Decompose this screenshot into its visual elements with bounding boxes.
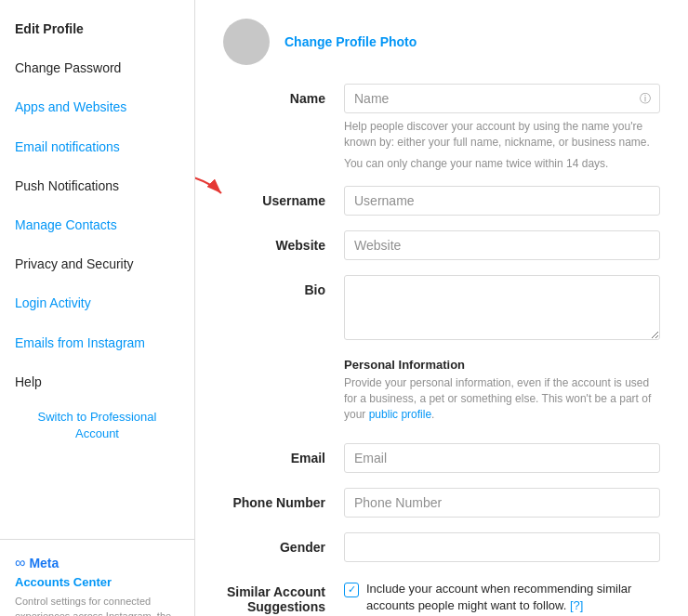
switch-professional[interactable]: Switch to ProfessionalAccount bbox=[0, 401, 194, 450]
bio-input[interactable] bbox=[344, 275, 660, 340]
name-hint2: You can only change your name twice with… bbox=[344, 156, 660, 172]
personal-info-row: Personal Information Provide your person… bbox=[223, 358, 660, 427]
suggestions-row: Similar Account Suggestions ✓ Include yo… bbox=[223, 577, 660, 614]
sidebar-item-apps-websites[interactable]: Apps and Websites bbox=[0, 87, 194, 126]
phone-row: Phone Number bbox=[223, 488, 660, 518]
website-row: Website bbox=[223, 230, 660, 260]
website-input[interactable] bbox=[344, 230, 660, 260]
sidebar-item-manage-contacts[interactable]: Manage Contacts bbox=[0, 205, 194, 244]
username-label: Username bbox=[223, 186, 344, 208]
sidebar-item-email-notifications[interactable]: Email notifications bbox=[0, 127, 194, 166]
personal-info-spacer bbox=[223, 358, 344, 365]
email-field-container bbox=[344, 443, 660, 473]
sidebar-item-change-password[interactable]: Change Password bbox=[0, 48, 194, 87]
suggestions-field: ✓ Include your account when recommending… bbox=[344, 577, 660, 614]
sidebar-item-emails-instagram[interactable]: Emails from Instagram bbox=[0, 323, 194, 362]
phone-label: Phone Number bbox=[223, 488, 344, 510]
username-row: Username bbox=[223, 186, 660, 216]
sidebar-item-login-activity[interactable]: Login Activity bbox=[0, 283, 194, 322]
personal-info-desc: Provide your personal information, even … bbox=[344, 375, 660, 422]
change-photo-link[interactable]: Change Profile Photo bbox=[284, 34, 417, 49]
name-input[interactable] bbox=[344, 84, 660, 113]
suggestions-help-link[interactable]: [?] bbox=[570, 598, 583, 612]
meta-description: Control settings for connected experienc… bbox=[15, 595, 179, 616]
bio-row: Bio bbox=[223, 275, 660, 343]
name-info-icon: ⓘ bbox=[640, 91, 651, 107]
suggestions-checkbox-label: Include your account when recommending s… bbox=[366, 581, 660, 614]
gender-input[interactable]: Male bbox=[344, 532, 660, 562]
email-input[interactable] bbox=[344, 443, 660, 473]
suggestions-label: Similar Account Suggestions bbox=[223, 577, 344, 614]
sidebar: Edit Profile Change Password Apps and We… bbox=[0, 0, 195, 616]
email-label: Email bbox=[223, 443, 344, 465]
website-field bbox=[344, 230, 660, 260]
suggestions-checkbox-row: ✓ Include your account when recommending… bbox=[344, 581, 660, 614]
username-input[interactable] bbox=[344, 186, 660, 216]
bio-field bbox=[344, 275, 660, 343]
name-field: ⓘ Help people discover your account by u… bbox=[344, 84, 660, 171]
phone-input[interactable] bbox=[344, 488, 660, 518]
personal-info-title: Personal Information bbox=[344, 358, 660, 372]
suggestions-checkbox[interactable]: ✓ bbox=[344, 583, 359, 597]
photo-row: Change Profile Photo bbox=[223, 19, 660, 65]
phone-field-container bbox=[344, 488, 660, 518]
gender-label: Gender bbox=[223, 532, 344, 555]
email-row: Email bbox=[223, 443, 660, 473]
meta-infinity-icon: ∞ bbox=[15, 555, 25, 571]
sidebar-item-privacy-security[interactable]: Privacy and Security bbox=[0, 244, 194, 283]
sidebar-item-push-notifications[interactable]: Push Notifications bbox=[0, 166, 194, 205]
switch-professional-link[interactable]: Switch to ProfessionalAccount bbox=[38, 410, 157, 440]
sidebar-item-help[interactable]: Help bbox=[0, 362, 194, 401]
check-icon: ✓ bbox=[348, 583, 356, 596]
name-hint1: Help people discover your account by usi… bbox=[344, 119, 660, 151]
name-row: Name ⓘ Help people discover your account… bbox=[223, 84, 660, 171]
username-field bbox=[344, 186, 660, 216]
bio-label: Bio bbox=[223, 275, 344, 297]
main-content: Change Profile Photo Name ⓘ Help people … bbox=[195, 0, 688, 616]
sidebar-item-edit-profile[interactable]: Edit Profile bbox=[0, 9, 194, 48]
avatar bbox=[223, 19, 270, 65]
name-label: Name bbox=[223, 84, 344, 106]
sidebar-meta: ∞ Meta Accounts Center Control settings … bbox=[0, 539, 194, 616]
public-profile-link[interactable]: public profile bbox=[369, 408, 431, 421]
gender-field-container: Male bbox=[344, 532, 660, 562]
accounts-center-link[interactable]: Accounts Center bbox=[15, 575, 179, 589]
gender-row: Gender Male bbox=[223, 532, 660, 562]
meta-logo-text: Meta bbox=[29, 556, 59, 570]
personal-info-section: Personal Information Provide your person… bbox=[344, 358, 660, 422]
meta-logo: ∞ Meta bbox=[15, 555, 179, 571]
website-label: Website bbox=[223, 230, 344, 253]
